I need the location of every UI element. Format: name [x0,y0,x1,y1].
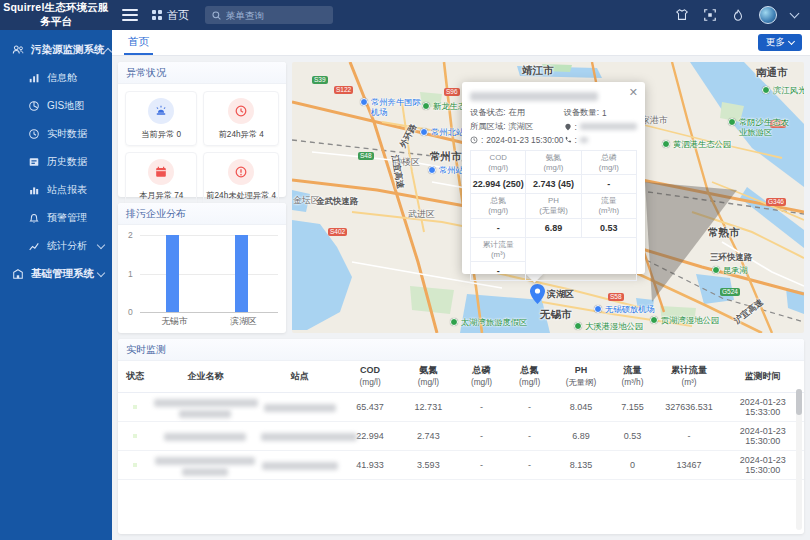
apps-grid-icon [152,10,162,20]
map-poi-label: 常州站 [439,166,464,176]
pin-district-label: 滨湖区 [547,288,574,301]
metric-unit: (mg/l) [488,206,508,215]
card-label: 前24h异常 [219,130,257,139]
device-location-pin[interactable] [530,284,545,304]
monitor-table-header-row: 状态 企业名称 站点 COD(mg/l) 氨氮(mg/l) 总磷(mg/l) 总… [118,361,804,393]
siren-icon [154,104,168,118]
map-poi-label: 太湖湾旅游度假区 [461,318,527,328]
enterprise-distribution-panel: 排污企业分布 2 1 0 无锡市 滨湖区 [118,203,286,333]
popup-close-icon[interactable]: ✕ [629,87,638,98]
train-station-poi-icon [428,166,436,174]
device-status-value: 在用 [509,107,526,118]
sidebar-item-label: 信息舱 [47,71,104,85]
airport-poi-icon [594,305,602,313]
map-poi-label: 滨江风光带 [773,86,804,96]
device-time-value: 2024-01-23 15:30:00 [486,135,563,145]
sidebar-item-history-data[interactable]: 历史数据 [0,148,112,176]
card-24h-unhandled-abnormal[interactable]: 前24h未处理异常 4 [203,152,279,207]
metric-name: 累计流量 [483,240,514,249]
hamburger-menu-icon[interactable] [122,9,138,21]
card-current-abnormal[interactable]: 当前异常 0 [125,91,197,146]
redacted-address [580,123,637,130]
bar-chart: 2 1 0 [140,235,278,313]
chart-bar[interactable] [235,235,248,312]
redacted-site-name [264,404,336,412]
user-menu-chevron-down-icon[interactable] [790,9,800,19]
sidebar-section-pollution-monitor[interactable]: 污染源监测系统 [0,36,112,64]
card-24h-abnormal[interactable]: 前24h异常 4 [203,91,279,146]
map-label-road: 金武快速路 [316,196,359,208]
park-poi-icon [574,322,582,330]
map-poi-label: 大溪港湿地公园 [585,322,643,332]
chart-bar[interactable] [166,235,179,312]
metric-value: 22.994 (250) [471,175,526,194]
popup-metrics-table: COD(mg/l) 氨氮(mg/l) 总磷(mg/l) 22.994 (250)… [470,150,637,281]
base-system-icon [12,268,24,280]
gis-map-view[interactable]: S122 S39 S96 G42 S48 S402 S58 G524 S19 G… [292,62,804,333]
tab-home[interactable]: 首页 [124,30,153,55]
map-poi-label: 黄泗港生态公园 [673,140,731,150]
history-icon [28,156,40,168]
device-info-popup: ✕ 设备状态: 在用 设备数量: 1 所属区域: 滨湖区 : :2024-01-… [462,82,645,274]
monitor-table: 状态 企业名称 站点 COD(mg/l) 氨氮(mg/l) 总磷(mg/l) 总… [118,361,804,480]
card-month-abnormal[interactable]: 本月异常 74 [125,152,197,207]
colon: : [481,135,483,145]
map-poi-label: 无锡硕放机场 [605,305,655,315]
table-row[interactable]: 22.994 2.743 - - 6.89 0.53 - 2024-01-23 … [118,422,804,451]
sidebar: 污染源监测系统 信息舱 GIS地图 实时数据 历史数据 站点报表 预警管理 统计… [0,30,112,540]
road-badge: S402 [328,228,347,236]
map-poi-label: 贡湖湾湿地公园 [661,316,719,326]
sidebar-item-alert-manage[interactable]: 预警管理 [0,204,112,232]
sidebar-item-realtime-data[interactable]: 实时数据 [0,120,112,148]
line-chart-icon [28,240,40,252]
menu-search[interactable] [205,6,333,24]
card-value: 0 [176,130,181,139]
table-row[interactable]: 41.933 3.593 - - 8.135 0 13467 2024-01-2… [118,451,804,480]
redacted-site-name [261,433,357,441]
metric-name: 氨氮 [546,153,562,162]
sidebar-section-base-manage[interactable]: 基础管理系统 [0,260,112,288]
redacted-company-name [154,399,258,407]
topbar-home-label: 首页 [167,8,189,23]
abnormal-status-panel: 异常状况 当前异常 0 前24h异常 4 本月异常 74 前24h未处理异常 4 [118,62,286,197]
table-scrollbar[interactable] [796,389,802,530]
sidebar-section-label: 污染源监测系统 [31,43,105,57]
sidebar-item-info-cabin[interactable]: 信息舱 [0,64,112,92]
road-badge: S48 [358,152,374,160]
info-cabin-icon [28,72,40,84]
redacted-company-name [164,433,246,441]
map-poi-label: 常州北站 [431,128,464,138]
park-poi-icon [762,86,770,94]
card-value: 4 [271,191,276,200]
flame-icon[interactable] [731,8,745,22]
device-count-label: 设备数量: [564,107,600,118]
metric-value: 0.53 [581,218,636,237]
airport-poi-icon [360,98,368,106]
fullscreen-icon[interactable] [703,8,717,22]
map-label-city: 靖江市 [522,64,554,78]
clock-icon [28,128,40,140]
y-axis-tick: 0 [128,307,133,317]
menu-search-input[interactable] [226,10,326,21]
y-axis-tick: 2 [128,230,133,240]
tab-strip: 首页 更多 [112,30,810,56]
sidebar-item-station-report[interactable]: 站点报表 [0,176,112,204]
redacted-phone [580,137,588,143]
monitor-panel-title: 实时监测 [118,339,804,361]
colon: : [575,135,577,145]
device-region-label: 所属区域: [470,121,506,132]
road-badge: S39 [312,76,328,84]
topbar-home-link[interactable]: 首页 [152,8,189,23]
chevron-down-icon [97,241,105,249]
metric-unit: (mg/l) [544,163,564,172]
sidebar-item-statistics[interactable]: 统计分析 [0,232,112,260]
train-station-poi-icon [420,128,428,136]
device-count-value: 1 [602,108,607,118]
theme-skin-icon[interactable] [675,8,689,22]
sidebar-item-gis-map[interactable]: GIS地图 [0,92,112,120]
user-avatar[interactable] [759,6,777,24]
table-scrollbar-thumb[interactable] [796,389,802,415]
more-button[interactable]: 更多 [758,34,802,51]
table-row[interactable]: 65.437 12.731 - - 8.045 7.155 327636.531… [118,393,804,422]
metric-value: 2.743 (45) [526,175,581,194]
